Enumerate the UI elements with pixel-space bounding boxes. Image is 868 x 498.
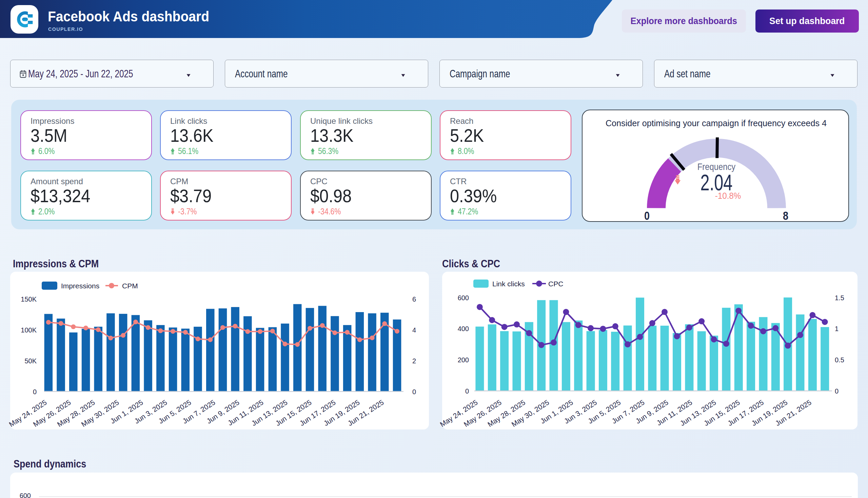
- svg-text:1: 1: [835, 325, 839, 332]
- svg-text:200: 200: [458, 356, 469, 364]
- svg-text:0: 0: [835, 388, 839, 395]
- svg-text:400: 400: [458, 325, 469, 332]
- svg-text:6: 6: [412, 296, 416, 303]
- svg-text:-10.8%: -10.8%: [715, 191, 741, 200]
- svg-text:0: 0: [465, 388, 469, 395]
- svg-text:Impressions: Impressions: [61, 282, 99, 290]
- svg-text:1.5: 1.5: [835, 294, 844, 302]
- svg-text:100K: 100K: [21, 326, 37, 334]
- svg-text:0: 0: [33, 388, 37, 395]
- svg-text:CPM: CPM: [122, 282, 138, 290]
- svg-text:150K: 150K: [21, 296, 37, 303]
- svg-text:CPC: CPC: [548, 280, 563, 288]
- svg-text:4: 4: [412, 326, 416, 334]
- svg-text:0: 0: [412, 388, 416, 395]
- svg-text:8: 8: [783, 209, 788, 223]
- svg-text:50K: 50K: [24, 357, 37, 365]
- svg-text:Link clicks: Link clicks: [492, 280, 525, 288]
- svg-text:600: 600: [20, 492, 31, 498]
- svg-text:600: 600: [458, 294, 469, 302]
- svg-text:0: 0: [644, 209, 650, 223]
- svg-text:2: 2: [412, 357, 416, 365]
- svg-text:0.5: 0.5: [835, 356, 844, 364]
